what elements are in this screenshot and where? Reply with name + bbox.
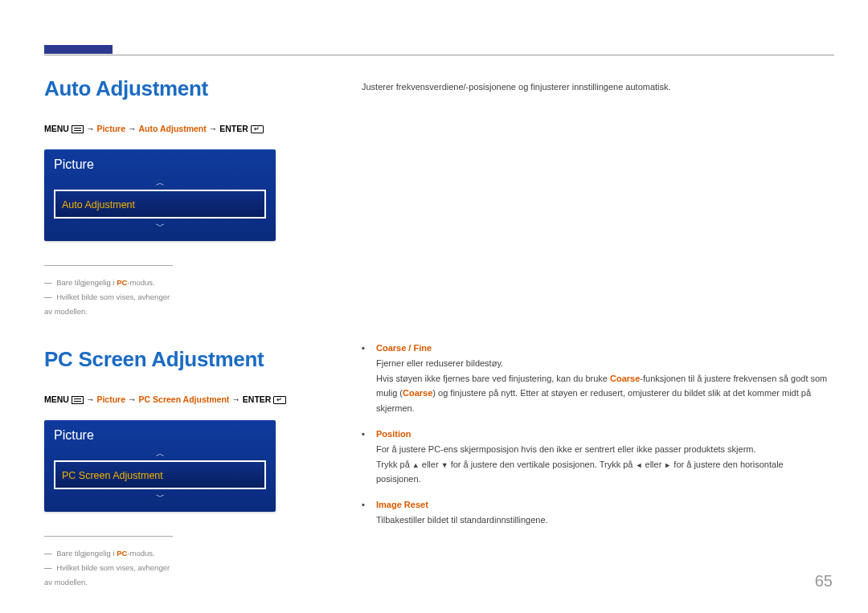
top-accent-bar xyxy=(44,45,113,54)
bullet-label: Position xyxy=(376,429,411,439)
chevron-up-icon: ︿ xyxy=(54,177,266,188)
footnote-line: ― Bare tilgjengelig i PC-modus. xyxy=(44,276,173,290)
footnote-text: Bare tilgjengelig i xyxy=(56,278,117,287)
osd-selected-label: PC Screen Adjustment xyxy=(62,470,163,481)
auto-adjustment-heading: Auto Adjustment xyxy=(44,76,330,101)
arrow-sep: → xyxy=(231,394,240,404)
bullet-desc: For å justere PC-ens skjermposisjon hvis… xyxy=(376,442,828,456)
bullet-desc: Trykk på ▲ eller ▼ for å justere den ver… xyxy=(376,457,828,486)
enter-icon xyxy=(251,125,264,133)
footnote-text: Bare tilgjengelig i xyxy=(56,549,117,558)
nav-path-auto-adjustment: MENU → Picture → Auto Adjustment → ENTER xyxy=(44,124,330,133)
osd-box-pc-screen: Picture ︿ PC Screen Adjustment ﹀ xyxy=(44,420,276,512)
arrow-sep: → xyxy=(86,124,95,133)
dash-icon: ― xyxy=(44,549,52,558)
bullet-item-position: • Position For å justere PC-ens skjermpo… xyxy=(362,427,828,487)
osd-selected-item: Auto Adjustment xyxy=(54,190,266,219)
nav-auto-adjustment: Auto Adjustment xyxy=(139,124,207,133)
pc-highlight: PC xyxy=(117,278,127,287)
dash-icon: ― xyxy=(44,292,52,301)
dash-icon: ― xyxy=(44,278,52,287)
footnote-line: ― Hvilket bilde som vises, avhenger av m… xyxy=(44,561,173,590)
right-column: Justerer frekvensverdiene/-posisjonene o… xyxy=(362,48,828,528)
pc-screen-adjustment-heading: PC Screen Adjustment xyxy=(44,347,330,372)
arrow-sep: → xyxy=(128,124,137,133)
footnotes-auto-adjustment: ― Bare tilgjengelig i PC-modus. ― Hvilke… xyxy=(44,265,173,319)
osd-box-auto-adjustment: Picture ︿ Auto Adjustment ﹀ xyxy=(44,149,276,241)
nav-path-pc-screen: MENU → Picture → PC Screen Adjustment → … xyxy=(44,394,330,404)
osd-title: Picture xyxy=(54,157,266,172)
chevron-down-icon: ﹀ xyxy=(54,491,266,502)
bullet-content: Coarse / Fine Fjerner eller reduserer bi… xyxy=(376,341,828,415)
footnote-line: ― Hvilket bilde som vises, avhenger av m… xyxy=(44,290,173,319)
osd-selected-item: PC Screen Adjustment xyxy=(54,460,266,489)
bullet-content: Image Reset Tilbakestiller bildet til st… xyxy=(376,497,828,527)
bullet-item-coarse-fine: • Coarse / Fine Fjerner eller reduserer … xyxy=(362,341,828,415)
nav-picture: Picture xyxy=(96,124,125,133)
enter-label: ENTER xyxy=(219,124,248,133)
arrow-sep: → xyxy=(209,124,218,133)
footnote-text: -modus. xyxy=(127,549,154,558)
menu-label: MENU xyxy=(44,394,69,404)
bullet-content: Position For å justere PC-ens skjermposi… xyxy=(376,427,828,487)
nav-picture: Picture xyxy=(96,394,125,404)
bullet-list: • Coarse / Fine Fjerner eller reduserer … xyxy=(362,341,828,528)
dash-icon: ― xyxy=(44,563,52,572)
footnote-text: Hvilket bilde som vises, avhenger av mod… xyxy=(44,292,170,316)
enter-icon xyxy=(273,396,286,404)
menu-label: MENU xyxy=(44,124,69,133)
enter-label: ENTER xyxy=(243,394,272,404)
arrow-sep: → xyxy=(128,394,137,404)
footnote-line: ― Bare tilgjengelig i PC-modus. xyxy=(44,546,173,561)
menu-icon xyxy=(72,125,84,133)
bullet-desc: Tilbakestiller bildet til standardinnsti… xyxy=(376,513,828,527)
bullet-dot-icon: • xyxy=(362,341,376,415)
bullet-item-image-reset: • Image Reset Tilbakestiller bildet til … xyxy=(362,497,828,527)
top-horizontal-rule xyxy=(44,55,834,55)
bullet-desc: Hvis støyen ikke fjernes bare ved finjus… xyxy=(376,371,828,415)
footnote-text: -modus. xyxy=(127,278,154,287)
bullet-dot-icon: • xyxy=(362,427,376,487)
chevron-down-icon: ﹀ xyxy=(54,220,266,231)
pc-highlight: PC xyxy=(117,549,127,558)
spacer xyxy=(362,124,828,341)
left-column: Auto Adjustment MENU → Picture → Auto Ad… xyxy=(44,48,330,613)
bullet-label: Coarse / Fine xyxy=(376,343,432,353)
bullet-desc: Fjerner eller reduserer bildestøy. xyxy=(376,356,828,370)
intro-paragraph: Justerer frekvensverdiene/-posisjonene o… xyxy=(362,82,828,92)
page-container: Auto Adjustment MENU → Picture → Auto Ad… xyxy=(0,0,868,613)
nav-pc-screen: PC Screen Adjustment xyxy=(139,394,230,404)
triangle-up-icon: ▲ xyxy=(412,460,420,472)
footnote-text: Hvilket bilde som vises, avhenger av mod… xyxy=(44,563,170,586)
bullet-dot-icon: • xyxy=(362,497,376,527)
osd-title: Picture xyxy=(54,428,266,443)
osd-selected-label: Auto Adjustment xyxy=(62,199,135,210)
bullet-label: Image Reset xyxy=(376,500,428,509)
menu-icon xyxy=(72,396,84,404)
footnotes-pc-screen: ― Bare tilgjengelig i PC-modus. ― Hvilke… xyxy=(44,536,173,590)
triangle-right-icon: ► xyxy=(664,460,671,472)
chevron-up-icon: ︿ xyxy=(54,447,266,459)
page-number: 65 xyxy=(815,572,833,591)
arrow-sep: → xyxy=(86,394,95,404)
triangle-down-icon: ▼ xyxy=(441,460,448,472)
